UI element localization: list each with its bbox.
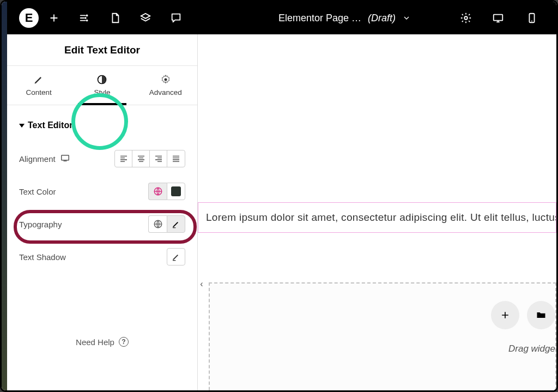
svg-point-1 — [84, 17, 87, 19]
alignment-group — [114, 150, 185, 167]
tab-advanced[interactable]: Advanced — [134, 66, 197, 105]
svg-point-3 — [464, 16, 468, 20]
global-color-button[interactable] — [148, 183, 167, 200]
responsive-icon[interactable] — [61, 154, 71, 164]
document-icon[interactable] — [100, 2, 130, 34]
mobile-device-tab[interactable] — [515, 2, 549, 34]
align-left-button[interactable] — [115, 150, 132, 167]
align-justify-button[interactable] — [167, 150, 185, 167]
svg-point-8 — [164, 79, 167, 81]
tab-content-label: Content — [26, 88, 52, 97]
site-settings-icon[interactable] — [69, 2, 100, 34]
section-label: Text Editor — [28, 120, 72, 130]
page-title: Elementor Page … — [278, 13, 361, 24]
svg-point-0 — [86, 15, 88, 17]
tab-style[interactable]: Style — [70, 66, 134, 105]
pencil-icon — [172, 220, 180, 228]
need-help-link[interactable]: Need Help ? — [7, 337, 197, 347]
panel-tabs: Content Style Advanced — [7, 66, 197, 105]
text-shadow-edit-button[interactable] — [167, 248, 185, 266]
global-typography-button[interactable] — [148, 215, 167, 233]
svg-point-2 — [86, 20, 88, 22]
control-alignment: Alignment — [7, 135, 197, 175]
control-typography: Typography — [7, 208, 197, 240]
pencil-icon — [33, 74, 44, 85]
alignment-label: Alignment — [19, 154, 56, 164]
control-text-shadow: Text Shadow — [7, 240, 197, 273]
page-status: (Draft) — [368, 13, 396, 24]
editor-panel: Edit Text Editor Content Style Advanced … — [7, 34, 198, 390]
globe-icon — [153, 186, 163, 196]
app-frame: E Elementor Page … (Draft) Edit Text Edi… — [0, 0, 558, 392]
svg-point-6 — [531, 21, 532, 22]
section-text-editor[interactable]: Text Editor — [7, 105, 197, 135]
tab-advanced-label: Advanced — [149, 88, 182, 97]
align-center-button[interactable] — [132, 150, 150, 167]
empty-container-dropzone[interactable]: Drag widge — [209, 282, 556, 392]
drag-hint: Drag widge — [508, 343, 555, 354]
topbar: E Elementor Page … (Draft) — [7, 2, 556, 34]
color-picker-button[interactable] — [167, 183, 185, 200]
desktop-strip — [2, 2, 7, 392]
chevron-down-icon — [402, 14, 411, 22]
need-help-label: Need Help — [76, 337, 114, 347]
globe-icon — [153, 219, 163, 229]
desktop-device-tab[interactable] — [481, 2, 515, 34]
gear-icon — [160, 74, 171, 85]
page-title-area[interactable]: Elementor Page … (Draft) — [278, 13, 411, 24]
add-element-button[interactable] — [39, 2, 69, 34]
text-color-label: Text Color — [19, 187, 56, 196]
elementor-logo[interactable]: E — [19, 8, 39, 28]
preview-settings-icon[interactable] — [451, 12, 481, 24]
control-text-color: Text Color — [7, 175, 197, 208]
tab-style-label: Style — [94, 88, 110, 97]
text-editor-widget[interactable]: Lorem ipsum dolor sit amet, consectetur … — [198, 202, 556, 233]
text-shadow-label: Text Shadow — [19, 252, 66, 262]
folder-icon — [536, 310, 547, 321]
plus-icon — [500, 310, 511, 321]
preview-canvas[interactable]: Lorem ipsum dolor sit amet, consectetur … — [198, 34, 556, 390]
add-widget-button[interactable] — [491, 301, 519, 329]
contrast-icon — [96, 74, 107, 85]
topbar-right — [451, 2, 549, 34]
comment-icon[interactable] — [161, 2, 191, 34]
tab-content[interactable]: Content — [7, 66, 70, 105]
typography-label: Typography — [19, 220, 62, 229]
panel-title: Edit Text Editor — [7, 34, 197, 66]
color-swatch — [171, 186, 181, 196]
caret-down-icon — [19, 124, 25, 128]
pencil-icon — [172, 252, 180, 261]
help-icon: ? — [119, 337, 129, 347]
panel-collapse-handle[interactable]: ‹ — [197, 274, 207, 294]
svg-rect-4 — [494, 15, 503, 21]
widget-text-content: Lorem ipsum dolor sit amet, consectetur … — [206, 212, 556, 224]
layers-icon[interactable] — [130, 2, 161, 34]
align-right-button[interactable] — [150, 150, 167, 167]
template-library-button[interactable] — [527, 301, 555, 329]
svg-rect-9 — [61, 155, 69, 160]
typography-edit-button[interactable] — [167, 215, 185, 233]
